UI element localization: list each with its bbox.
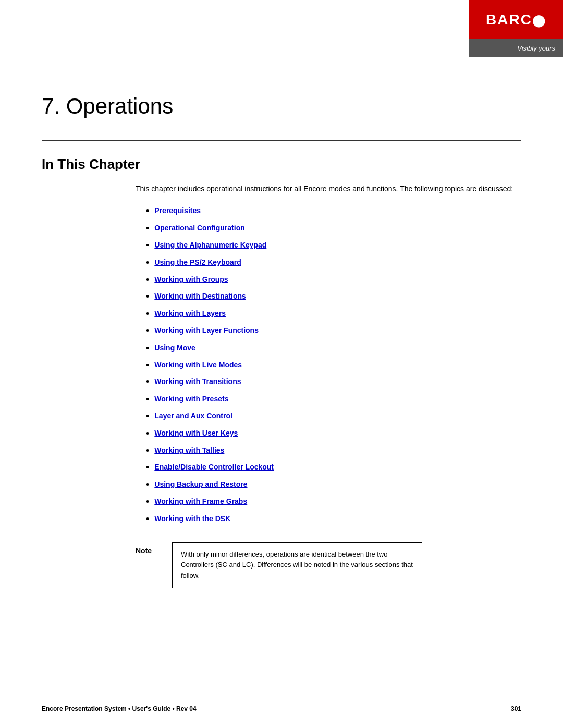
bullet-icon: • [146,392,149,407]
bullet-icon: • [146,375,149,390]
toc-item: •Using the PS/2 Keyboard [146,256,521,270]
bullet-icon: • [146,358,149,373]
toc-link-16[interactable]: Using Backup and Restore [154,478,247,490]
bullet-icon: • [146,512,149,527]
logo-red-box: BARC⬤ [469,0,563,39]
toc-link-0[interactable]: Prerequisites [154,205,201,216]
bullet-icon: • [146,221,149,236]
toc-link-4[interactable]: Working with Groups [154,274,228,285]
toc-item: •Working with the DSK [146,513,521,527]
brand-name: BARC⬤ [486,11,546,28]
toc-link-13[interactable]: Working with User Keys [154,427,238,439]
toc-item: •Using Move [146,342,521,356]
bullet-icon: • [146,289,149,304]
toc-link-1[interactable]: Operational Configuration [154,222,244,233]
toc-list: •Prerequisites•Operational Configuration… [146,205,521,526]
toc-link-15[interactable]: Enable/Disable Controller Lockout [154,461,274,473]
intro-text: This chapter includes operational instru… [136,183,521,194]
bullet-icon: • [146,306,149,322]
footer-page-number: 301 [511,705,521,712]
bullet-icon: • [146,409,149,424]
page-footer: Encore Presentation System • User's Guid… [0,705,563,712]
toc-item: •Working with Layers [146,307,521,322]
chapter-title: 7. Operations [42,94,521,119]
bullet-icon: • [146,477,149,492]
bullet-icon: • [146,341,149,356]
toc-item: •Working with Groups [146,274,521,288]
toc-link-2[interactable]: Using the Alphanumeric Keypad [154,239,266,251]
note-box: With only minor differences, operations … [172,542,422,588]
page-content: 7. Operations In This Chapter This chapt… [0,0,563,630]
toc-link-17[interactable]: Working with Frame Grabs [154,496,247,507]
toc-link-12[interactable]: Layer and Aux Control [154,410,232,422]
bullet-icon: • [146,238,149,253]
bullet-icon: • [146,324,149,339]
footer-left-text: Encore Presentation System • User's Guid… [42,705,197,712]
toc-item: •Using the Alphanumeric Keypad [146,239,521,253]
logo-tagline: Visibly yours [517,44,555,52]
toc-item: •Layer and Aux Control [146,410,521,424]
bullet-icon: • [146,204,149,219]
chapter-name: Operations [66,94,173,118]
toc-link-10[interactable]: Working with Transitions [154,376,241,387]
toc-link-5[interactable]: Working with Destinations [154,290,246,302]
toc-link-14[interactable]: Working with Tallies [154,445,224,456]
toc-link-3[interactable]: Using the PS/2 Keyboard [154,256,241,268]
bullet-icon: • [146,426,149,441]
toc-item: •Working with Tallies [146,445,521,459]
section-divider [42,140,521,141]
toc-link-11[interactable]: Working with Presets [154,393,228,404]
logo-arrow-icon: ⬤ [532,14,546,28]
toc-item: •Working with User Keys [146,427,521,441]
toc-item: •Working with Layer Functions [146,325,521,339]
toc-item: •Prerequisites [146,205,521,219]
bullet-icon: • [146,460,149,475]
toc-link-6[interactable]: Working with Layers [154,307,226,319]
toc-link-8[interactable]: Using Move [154,342,195,353]
toc-item: •Working with Transitions [146,376,521,390]
footer-line [207,709,500,709]
toc-link-18[interactable]: Working with the DSK [154,513,230,524]
toc-link-7[interactable]: Working with Layer Functions [154,325,259,336]
toc-item: •Operational Configuration [146,222,521,236]
section-heading: In This Chapter [42,156,521,172]
note-label: Note [136,542,162,555]
logo-area: BARC⬤ Visibly yours [469,0,563,57]
toc-item: •Working with Presets [146,393,521,407]
toc-item: •Working with Destinations [146,290,521,304]
bullet-icon: • [146,495,149,510]
toc-item: •Using Backup and Restore [146,478,521,492]
toc-link-9[interactable]: Working with Live Modes [154,359,242,371]
note-text: With only minor differences, operations … [181,550,413,580]
bullet-icon: • [146,443,149,459]
note-area: Note With only minor differences, operat… [136,542,521,588]
bullet-icon: • [146,273,149,288]
toc-item: •Working with Live Modes [146,359,521,373]
chapter-number: 7. [42,94,60,118]
toc-item: •Enable/Disable Controller Lockout [146,461,521,475]
toc-item: •Working with Frame Grabs [146,496,521,510]
logo-tagline-box: Visibly yours [469,39,563,57]
bullet-icon: • [146,255,149,270]
